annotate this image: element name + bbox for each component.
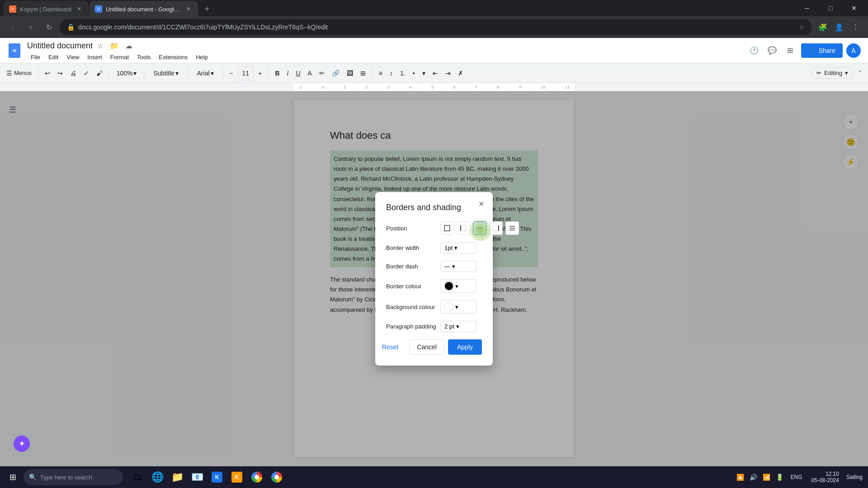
- position-right-btn[interactable]: [489, 221, 503, 235]
- cancel-button[interactable]: Cancel: [409, 339, 444, 355]
- new-tab-button[interactable]: +: [201, 3, 213, 15]
- extensions-icon[interactable]: 🧩: [816, 20, 830, 34]
- font-size-input[interactable]: 11: [237, 66, 254, 80]
- menu-extensions[interactable]: Extensions: [155, 53, 191, 61]
- svg-rect-5: [493, 225, 499, 231]
- tab-close-docs[interactable]: ✕: [184, 5, 193, 13]
- background-colour-control: ▾: [440, 300, 482, 314]
- bold-button[interactable]: B: [272, 66, 282, 80]
- redo-button[interactable]: ↪: [55, 66, 66, 80]
- border-colour-row: Border colour ▾: [386, 279, 482, 293]
- chevron-up-btn[interactable]: ˄: [856, 66, 864, 80]
- taskbar-app-mail[interactable]: 📧: [188, 468, 206, 486]
- volume-icon[interactable]: 🔊: [748, 472, 759, 483]
- forward-button[interactable]: ›: [24, 20, 38, 34]
- line-spacing-button[interactable]: ↕: [387, 66, 396, 80]
- paragraph-padding-dropdown[interactable]: 2 pt ▾: [440, 321, 476, 332]
- star-icon[interactable]: ☆: [95, 40, 105, 52]
- menu-insert[interactable]: Insert: [84, 53, 106, 61]
- menu-format[interactable]: Format: [107, 53, 132, 61]
- border-width-dropdown[interactable]: 1pt ▾: [440, 242, 476, 253]
- modal-close-button[interactable]: ✕: [475, 197, 487, 210]
- border-dash-control: — ▾: [440, 261, 482, 272]
- position-between-btn[interactable]: [473, 221, 486, 235]
- numbered-list-button[interactable]: 1.: [397, 66, 408, 80]
- tab-kopyst[interactable]: K Kopyst | Dashboard ✕: [4, 1, 89, 17]
- tab-close-kopyst[interactable]: ✕: [75, 5, 83, 13]
- border-colour-dropdown[interactable]: ▾: [440, 279, 476, 293]
- background-colour-row: Background colour ▾: [386, 300, 482, 314]
- maximize-button[interactable]: □: [820, 1, 841, 15]
- text-color-button[interactable]: A: [305, 66, 315, 80]
- print-button[interactable]: 🖨: [67, 66, 79, 80]
- bookmark-icon[interactable]: ☆: [799, 23, 805, 31]
- more-list-button[interactable]: ▾: [420, 66, 428, 80]
- decrease-indent-button[interactable]: ⇤: [430, 66, 441, 80]
- bullet-list-button[interactable]: •: [410, 66, 418, 80]
- profile-icon[interactable]: 👤: [832, 20, 846, 34]
- menu-help[interactable]: Help: [192, 53, 212, 61]
- table-button[interactable]: ⊞: [358, 66, 368, 80]
- folder-icon[interactable]: 📁: [108, 40, 121, 52]
- taskbar-search[interactable]: 🔍 Type here to search: [24, 469, 123, 485]
- float-action-button[interactable]: ✦: [14, 436, 30, 452]
- menus-btn[interactable]: ☰ Menus: [4, 66, 34, 80]
- menu-edit[interactable]: Edit: [45, 53, 62, 61]
- taskbar-app-taskview[interactable]: 🗂: [128, 468, 146, 486]
- network-icon[interactable]: 📶: [761, 472, 772, 483]
- background-colour-dropdown[interactable]: ▾: [440, 300, 476, 314]
- share-button[interactable]: 👤 Share: [801, 43, 843, 58]
- taskbar-app-chrome1[interactable]: [248, 468, 266, 486]
- view-mode-icon[interactable]: ⊞: [783, 43, 797, 58]
- underline-button[interactable]: U: [293, 66, 303, 80]
- highlight-button[interactable]: ✏: [316, 66, 327, 80]
- tab-favicon-docs: D: [95, 5, 102, 13]
- start-button[interactable]: ⊞: [4, 468, 22, 486]
- float-action-icon: ✦: [19, 439, 25, 449]
- taskbar-app-kopyst1[interactable]: K: [208, 468, 226, 486]
- taskbar-app-kopyst2[interactable]: K: [228, 468, 246, 486]
- paintformat-button[interactable]: 🖌: [94, 66, 105, 80]
- taskbar-app-edge[interactable]: 🌐: [148, 468, 166, 486]
- link-button[interactable]: 🔗: [329, 66, 342, 80]
- menu-view[interactable]: View: [63, 53, 83, 61]
- reset-button[interactable]: Reset: [375, 339, 406, 355]
- minimize-button[interactable]: ─: [797, 1, 817, 15]
- italic-button[interactable]: I: [284, 66, 292, 80]
- style-control[interactable]: Subtitle ▾: [148, 66, 184, 80]
- increase-indent-button[interactable]: ⇥: [443, 66, 453, 80]
- menu-file[interactable]: File: [27, 53, 44, 61]
- font-control[interactable]: Arial ▾: [192, 66, 219, 80]
- menu-tools[interactable]: Tools: [133, 53, 154, 61]
- taskbar-app-chrome2[interactable]: [268, 468, 286, 486]
- chevron-up-icon[interactable]: 🔼: [735, 472, 746, 483]
- user-avatar[interactable]: A: [846, 43, 861, 58]
- position-box-btn[interactable]: [440, 221, 454, 235]
- taskbar-app-files[interactable]: 📁: [168, 468, 186, 486]
- apply-button[interactable]: Apply: [448, 339, 482, 355]
- taskbar-clock[interactable]: 12:10 05-08-2024: [808, 471, 843, 483]
- more-options-icon[interactable]: ⋮: [848, 20, 863, 34]
- doc-title[interactable]: Untitled document: [27, 41, 93, 51]
- border-dash-dropdown[interactable]: — ▾: [440, 261, 476, 272]
- font-size-decrease[interactable]: −: [226, 66, 236, 80]
- battery-icon[interactable]: 🔋: [774, 472, 785, 483]
- back-button[interactable]: ‹: [5, 20, 20, 34]
- position-left-btn[interactable]: [457, 221, 470, 235]
- url-bar[interactable]: 🔒 docs.google.com/document/d/1CCZWl7ocz6…: [60, 19, 812, 35]
- close-button[interactable]: ✕: [844, 1, 864, 15]
- align-button[interactable]: ≡: [376, 66, 385, 80]
- border-colour-label: Border colour: [386, 283, 440, 290]
- editing-mode-badge[interactable]: ✏ Editing ▾: [811, 67, 854, 79]
- comment-icon[interactable]: 💬: [765, 43, 779, 58]
- history-icon[interactable]: 🕐: [747, 43, 761, 58]
- position-horizontal-btn[interactable]: [505, 221, 519, 235]
- image-button[interactable]: 🖼: [344, 66, 356, 80]
- spellcheck-button[interactable]: ✓: [81, 66, 92, 80]
- font-size-increase[interactable]: +: [255, 66, 264, 80]
- zoom-control[interactable]: 100% ▾: [113, 66, 140, 80]
- undo-button[interactable]: ↩: [42, 66, 53, 80]
- tab-docs[interactable]: D Untitled document - Google D... ✕: [90, 1, 198, 17]
- clear-format-button[interactable]: ✗: [455, 66, 466, 80]
- reload-button[interactable]: ↻: [42, 20, 56, 34]
